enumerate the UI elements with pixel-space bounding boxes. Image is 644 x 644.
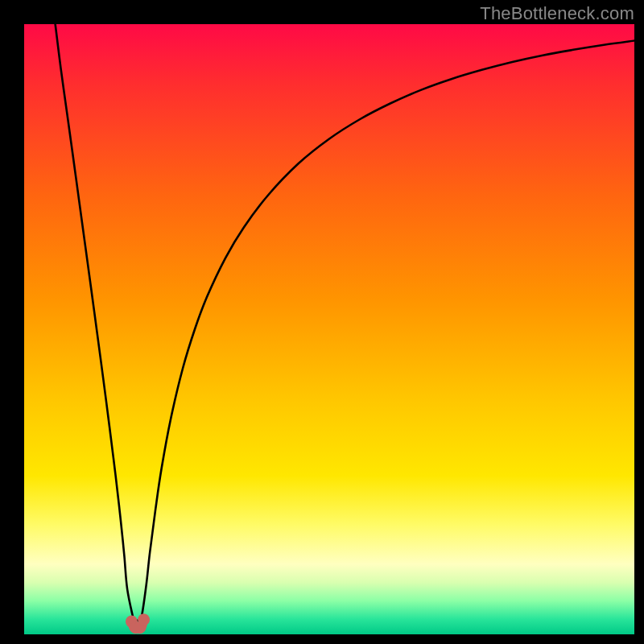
watermark-text: TheBottleneck.com bbox=[480, 3, 634, 24]
gradient-background bbox=[24, 24, 634, 634]
outer-frame: TheBottleneck.com bbox=[0, 0, 644, 644]
chart-plot-area bbox=[24, 24, 634, 634]
notch-marker bbox=[138, 613, 150, 625]
